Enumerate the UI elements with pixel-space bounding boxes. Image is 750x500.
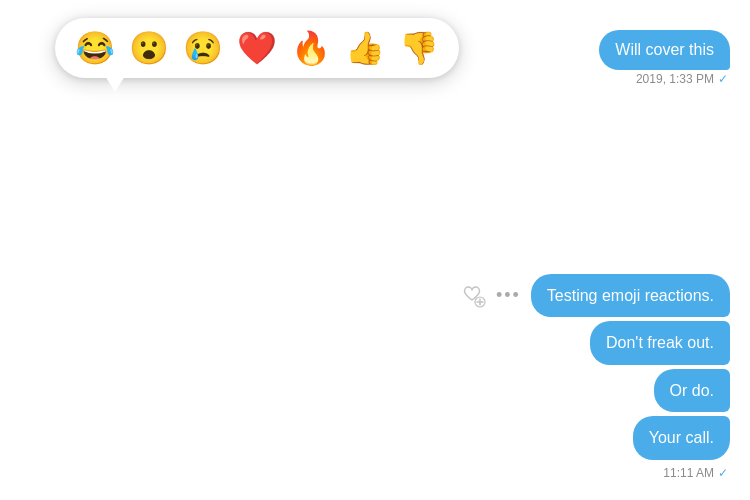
- add-reaction-icon[interactable]: [460, 282, 486, 308]
- reaction-popup: 😂 😮 😢 ❤️ 🔥 👍 👎: [55, 18, 459, 78]
- message-bubble-1: Testing emoji reactions.: [531, 274, 730, 318]
- message-actions: •••: [460, 282, 521, 308]
- top-checkmark-icon: ✓: [718, 72, 728, 86]
- top-timestamp-row: 2019, 1:33 PM ✓: [636, 72, 730, 86]
- top-message-bubble: Will cover this: [599, 30, 730, 70]
- top-timestamp: 2019, 1:33 PM: [636, 72, 714, 86]
- message-text-3: Or do.: [670, 382, 714, 399]
- message-row-3: Or do.: [20, 369, 730, 413]
- reaction-cry[interactable]: 😢: [183, 32, 223, 64]
- message-row-4: Your call.: [20, 416, 730, 460]
- chat-container: Will cover this 2019, 1:33 PM ✓ 😂 😮 😢 ❤️…: [0, 0, 750, 500]
- message-bubble-2: Don't freak out.: [590, 321, 730, 365]
- message-text-1: Testing emoji reactions.: [547, 287, 714, 304]
- bottom-timestamp-row: 11:11 AM ✓: [20, 466, 730, 480]
- reaction-thumbs-down[interactable]: 👎: [399, 32, 439, 64]
- message-bubble-4: Your call.: [633, 416, 730, 460]
- top-message-row: Will cover this 2019, 1:33 PM ✓: [599, 30, 730, 86]
- message-text-4: Your call.: [649, 429, 714, 446]
- message-row-2: Don't freak out.: [20, 321, 730, 365]
- reaction-thumbs-up[interactable]: 👍: [345, 32, 385, 64]
- more-options-icon[interactable]: •••: [496, 286, 521, 304]
- bottom-checkmark-icon: ✓: [718, 466, 728, 480]
- message-row-1: ••• Testing emoji reactions.: [20, 274, 730, 318]
- bottom-timestamp: 11:11 AM: [663, 466, 714, 480]
- messages-area: ••• Testing emoji reactions. Don't freak…: [20, 274, 730, 480]
- reaction-fire[interactable]: 🔥: [291, 32, 331, 64]
- reaction-surprised[interactable]: 😮: [129, 32, 169, 64]
- message-text-2: Don't freak out.: [606, 334, 714, 351]
- message-bubble-3: Or do.: [654, 369, 730, 413]
- top-message-text: Will cover this: [615, 41, 714, 58]
- reaction-laugh-cry[interactable]: 😂: [75, 32, 115, 64]
- reaction-heart[interactable]: ❤️: [237, 32, 277, 64]
